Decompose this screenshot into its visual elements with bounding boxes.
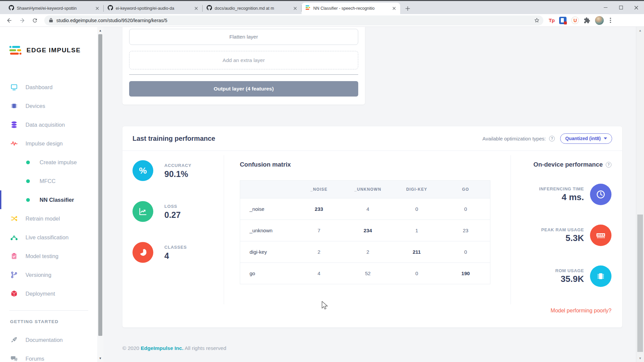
scrollbar-thumb[interactable] [637, 215, 643, 352]
scroll-up-arrow[interactable]: ▲ [636, 27, 644, 34]
close-icon[interactable] [292, 6, 298, 11]
extension-ublock-icon[interactable]: U [571, 16, 579, 24]
tab-3[interactable]: docs/audio_recognition.md at m [203, 3, 301, 14]
getting-started-header: GETTING STARTED [10, 319, 59, 324]
edge-impulse-logo[interactable]: EDGE IMPULSE [9, 46, 81, 55]
sidebar-item-nn-classifier[interactable]: NN Classifier [0, 190, 97, 209]
lock-icon [49, 18, 53, 23]
reload-button[interactable] [30, 16, 40, 25]
sidebar-item-deployment[interactable]: Deployment [0, 284, 97, 303]
devices-icon [10, 102, 18, 110]
panel-divider [224, 155, 224, 304]
column-header: _UNKNOWN [343, 181, 392, 198]
browser-window: ShawnHymel/ei-keyword-spottin ei-keyword… [0, 0, 644, 362]
window-maximize-button[interactable] [613, 1, 629, 14]
url-bar[interactable]: studio.edgeimpulse.com/studio/9520/learn… [44, 15, 543, 25]
tab-title: ei-keyword-spotting/ei-audio-da [116, 6, 191, 11]
forward-button[interactable] [17, 16, 27, 25]
sidebar-item-live-classification[interactable]: Live classification [0, 228, 97, 247]
edge-impulse-favicon [306, 5, 311, 11]
extensions-puzzle-icon[interactable] [584, 17, 590, 24]
edge-impulse-logo-icon [9, 46, 22, 55]
green-dot-icon [26, 161, 30, 164]
column-header: GO [441, 181, 490, 198]
sidebar-item-data-acquisition[interactable]: Data acquisition [0, 115, 97, 134]
line-chart-icon [132, 201, 153, 222]
tab-title: docs/audio_recognition.md at m [215, 6, 290, 11]
scroll-up-arrow[interactable]: ▲ [97, 27, 103, 34]
green-dot-icon [26, 198, 30, 202]
output-layer-button[interactable]: Output layer (4 features) [129, 81, 358, 97]
bookmark-star-icon[interactable] [534, 17, 540, 23]
training-performance-panel: Last training performance Available opti… [122, 126, 622, 327]
metric-accuracy: % ACCURACY 90.1% [132, 160, 192, 181]
tab-title: ShawnHymel/ei-keyword-spottin [17, 6, 92, 11]
table-row: _noise 233 4 0 0 [240, 198, 490, 220]
window-minimize-button[interactable] [598, 1, 613, 14]
github-icon [9, 5, 14, 12]
sidebar-item-retrain-model[interactable]: Retrain model [0, 209, 97, 228]
sidebar-item-versioning[interactable]: Versioning [0, 265, 97, 284]
back-button[interactable] [5, 16, 14, 25]
tab-1[interactable]: ShawnHymel/ei-keyword-spottin [5, 3, 103, 14]
optimization-dropdown[interactable]: Quantized (int8) [560, 133, 612, 144]
confusion-matrix-title: Confusion matrix [240, 161, 291, 168]
metric-loss: LOSS 0.27 [132, 201, 181, 222]
close-icon[interactable] [391, 6, 397, 11]
main-content: Flatten layer Add an extra layer Output … [103, 27, 636, 362]
sidebar-item-devices[interactable]: Devices [0, 97, 97, 115]
sidebar-scrollbar[interactable]: ▲ ▼ [97, 27, 103, 362]
chevron-down-icon [604, 137, 607, 139]
sidebar-item-mfcc[interactable]: MFCC [0, 172, 97, 190]
flatten-layer-button[interactable]: Flatten layer [129, 29, 358, 45]
close-icon[interactable] [95, 6, 100, 11]
scrollbar-thumb[interactable] [98, 34, 102, 336]
sidebar-item-model-testing[interactable]: Model testing [0, 247, 97, 265]
peak-ram-usage-stat: PEAK RAM USAGE 5.3K [541, 225, 611, 246]
panel-divider [511, 155, 511, 304]
tab-active[interactable]: NN Classifier - speech-recognitio [302, 3, 400, 14]
sidebar-divider [9, 310, 88, 311]
nn-layers-card: Flatten layer Add an extra layer Output … [122, 27, 365, 105]
browser-menu-icon[interactable] [608, 18, 612, 23]
window-close-button[interactable] [629, 1, 644, 14]
extension-tp-icon[interactable]: Tp [549, 17, 554, 23]
page-scrollbar[interactable]: ▲ ▼ [636, 27, 644, 362]
close-icon[interactable] [194, 6, 199, 11]
company-link[interactable]: EdgeImpulse Inc. [141, 345, 183, 351]
model-testing-icon [10, 252, 18, 260]
extension-password-icon[interactable] [559, 17, 567, 24]
help-icon[interactable]: ? [549, 136, 555, 141]
sidebar-item-forums[interactable]: Forums [0, 349, 97, 362]
confusion-matrix-table: _NOISE _UNKNOWN DIGI-KEY GO _noise 233 4… [240, 180, 490, 284]
help-icon[interactable]: ? [606, 162, 611, 168]
profile-avatar[interactable] [595, 16, 604, 25]
impulse-design-icon [10, 139, 18, 147]
scroll-down-arrow[interactable]: ▼ [636, 355, 644, 361]
table-row: go 4 52 0 190 [240, 262, 490, 284]
dashboard-icon [10, 83, 18, 91]
sidebar: EDGE IMPULSE Dashboard Devices Data acqu… [0, 27, 97, 362]
clock-icon [590, 184, 611, 205]
footer: © 2020 EdgeImpulse Inc. All rights reser… [122, 345, 226, 351]
sidebar-item-impulse-design[interactable]: Impulse design [0, 134, 97, 153]
live-classification-icon [10, 233, 18, 241]
model-performing-poorly-link[interactable]: Model performing poorly? [551, 308, 611, 314]
percent-icon: % [132, 160, 153, 181]
sidebar-item-dashboard[interactable]: Dashboard [0, 78, 97, 97]
mouse-cursor [321, 301, 329, 310]
github-icon [207, 5, 212, 12]
sidebar-item-create-impulse[interactable]: Create impulse [0, 153, 97, 172]
row-label: _unknown [240, 220, 294, 241]
minimize-icon [604, 7, 607, 8]
rights-text: All rights reserved [184, 345, 226, 351]
pie-chart-icon [132, 242, 153, 263]
tab-title: NN Classifier - speech-recognitio [313, 6, 389, 11]
new-tab-button[interactable] [403, 4, 412, 13]
tab-2[interactable]: ei-keyword-spotting/ei-audio-da [104, 3, 202, 14]
add-extra-layer-button[interactable]: Add an extra layer [129, 51, 358, 69]
sidebar-item-documentation[interactable]: Documentation [0, 330, 97, 349]
panel-title: Last training performance [132, 135, 215, 142]
row-label: _noise [240, 198, 294, 220]
scroll-down-arrow[interactable]: ▼ [97, 355, 103, 361]
